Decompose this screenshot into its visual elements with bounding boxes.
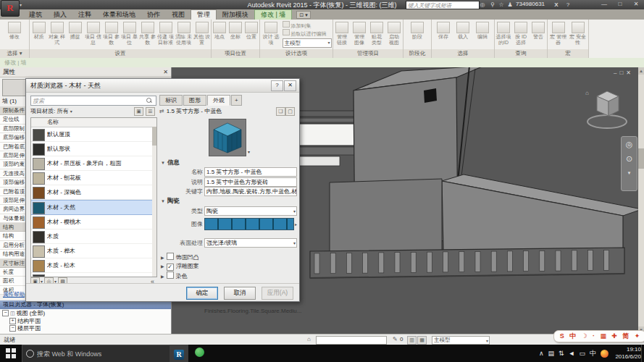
show-desktop-button[interactable] [641, 345, 644, 362]
ribbon-button-清除未使用项[interactable]: 清除 未使用项 [175, 21, 192, 46]
navigation-bar[interactable]: ◎ ⊙ ▾ [621, 136, 637, 191]
dialog-close-button[interactable]: ✕ [284, 80, 296, 91]
finish-dropdown[interactable]: 强光泽/玻璃 [204, 238, 297, 248]
ribbon-button-材质[interactable]: 材质 [30, 21, 47, 46]
field-value-说明[interactable]: 1.5 英寸中蓝色方形瓷砖 [204, 177, 297, 187]
view-vertical-scrollbar[interactable]: ▲ ▼ [638, 67, 644, 334]
sign-in-icon[interactable]: ⚲ [488, 1, 497, 9]
asset-row[interactable]: ⇄ 1.5 英寸方形 - 中蓝色 ❏ ▢ [159, 106, 296, 116]
design-option-dropdown[interactable]: 主模型 [432, 336, 490, 345]
checkbox-饰面凹凸[interactable] [167, 253, 174, 260]
sogou-tool-icon[interactable]: ✚ [611, 332, 617, 341]
panel-label-阶段化[interactable]: 阶段化 [403, 49, 431, 58]
material-row[interactable]: 木材 - 天然 [31, 200, 156, 215]
ribbon-button-选择项的ID[interactable]: 选择项 的ID [495, 21, 511, 46]
material-row[interactable]: 默认形状 [31, 142, 156, 156]
image-options-caret-icon[interactable]: ▸ [295, 222, 297, 227]
tray-icon[interactable]: ⇅ [559, 350, 564, 357]
material-column-header[interactable]: 名称 [31, 118, 156, 127]
sogou-tool-icon[interactable]: 中 [569, 332, 576, 341]
material-row[interactable]: 木材 - 深褐色 [31, 185, 156, 200]
ribbon-button-管理链接[interactable]: 管理 链接 [334, 21, 350, 46]
close-button[interactable]: ✕ [628, 0, 644, 9]
collapse-triangle-icon[interactable]: ▼ [161, 199, 165, 203]
tray-icon[interactable]: ◄ [569, 350, 575, 357]
ribbon-display-toggle-icon[interactable]: ⊡ ▾ [296, 11, 310, 19]
material-row[interactable]: 木材 - 樱桃木 [31, 215, 156, 230]
tree-expander-icon[interactable]: + [9, 318, 16, 324]
ribbon-button-按ID选择[interactable]: 按 ID 选择 [513, 21, 529, 46]
security-badge-icon[interactable] [601, 350, 609, 358]
editor-tab-图形[interactable]: 图形 [183, 95, 206, 106]
filter-caret-icon[interactable]: ▾ [70, 109, 72, 114]
navbar-expand-icon[interactable]: ▾ [622, 166, 637, 180]
tree-node-结构平面[interactable]: +结构平面 [2, 318, 171, 326]
panel-label-宏[interactable]: 宏 [548, 49, 588, 58]
sogou-ime-bar[interactable]: S中☽·▦✚简✦ [553, 330, 644, 342]
tab-管理[interactable]: 管理 [191, 9, 217, 20]
material-row[interactable]: 木质 - 松木 [31, 258, 156, 273]
tree-expander-icon[interactable]: − [9, 325, 16, 332]
ribbon-button-阶段[interactable]: 阶段 [409, 21, 427, 46]
material-row[interactable]: 木质 - 桦木 [31, 244, 156, 258]
ribbon-button-管理图像[interactable]: 管理 图像 [351, 21, 367, 46]
checkbox-染色[interactable] [167, 272, 174, 279]
dialog-help-button[interactable]: ? [271, 80, 283, 91]
main-model-dropdown[interactable]: 主模型 [283, 38, 332, 48]
field-value-名称[interactable]: 1.5 英寸方形 - 中蓝色 [204, 167, 297, 177]
preview-options-caret-icon[interactable]: ▾ [248, 149, 250, 154]
ribbon-button-位置[interactable]: 位置 [244, 21, 259, 46]
ribbon-button-对象样式[interactable]: 对象 样式 [49, 21, 65, 46]
tray-icon[interactable]: ▭ [579, 350, 585, 357]
ribbon-button-保存[interactable]: 保存 [435, 21, 453, 46]
ribbon-button-载入[interactable]: 载入 [454, 21, 472, 46]
tree-node-楼层平面[interactable]: −楼层平面 [2, 325, 171, 333]
ok-button[interactable]: 确定 [186, 287, 218, 300]
application-menu-button[interactable]: R [1, 0, 20, 17]
tab-插入[interactable]: 插入 [48, 9, 72, 19]
type-dropdown[interactable]: 陶瓷 [204, 206, 297, 216]
taskbar-revit-app[interactable]: R [170, 345, 188, 362]
view-restore-icon[interactable]: □ [619, 70, 626, 76]
tab-建筑[interactable]: 建筑 [23, 9, 48, 19]
material-row[interactable]: 默认屋顶 [31, 127, 156, 142]
ribbon-button-项目单位[interactable]: 项目 单位 [121, 21, 138, 46]
properties-close-icon[interactable]: ✕ [163, 67, 168, 77]
sogou-tool-icon[interactable]: ✦ [635, 332, 640, 341]
taskbar-clock[interactable]: 19:10 2016/6/20 [615, 346, 641, 361]
tab-协作[interactable]: 协作 [141, 9, 166, 19]
cancel-button[interactable]: 取消 [224, 287, 256, 300]
tab-体量和场地[interactable]: 体量和场地 [97, 9, 141, 19]
editor-tab-add[interactable]: + [231, 95, 242, 106]
ribbon-button-设计选项[interactable]: 设计 选项 [262, 21, 280, 46]
zoom-tool-icon[interactable]: ⊙ [622, 151, 637, 166]
panel-label-选择[interactable]: 选择 ▾ [0, 49, 29, 58]
view-close-icon[interactable]: ✕ [626, 70, 634, 76]
info-section-header[interactable]: ▼信息 [161, 159, 294, 167]
sogou-tool-icon[interactable]: ☽ [582, 332, 587, 341]
ribbon-button-共享参数[interactable]: 共享 参数 [139, 21, 156, 46]
sogou-tool-icon[interactable]: S [560, 332, 564, 341]
stack-item-添加到集[interactable]: 添加到集 [283, 21, 329, 29]
taskbar-green-app[interactable] [190, 345, 209, 362]
panel-label-设计选项[interactable]: 设计选项 [260, 49, 333, 58]
duplicate-asset-icon[interactable]: ❏ [276, 107, 285, 116]
ribbon-button-启动视图[interactable]: 启动 视图 [386, 21, 402, 46]
taskbar-search-input[interactable] [22, 345, 185, 362]
scroll-up-icon[interactable]: ▲ [638, 67, 644, 75]
help-icon[interactable]: ? [564, 1, 572, 9]
tab-附加模块[interactable]: 附加模块 [217, 9, 254, 19]
panel-label-查询[interactable]: 查询 [495, 49, 547, 58]
sogou-tool-icon[interactable]: 简 [622, 332, 629, 341]
search-binoculars-icon[interactable]: ◎ [478, 1, 487, 9]
editor-tab-外观[interactable]: 外观 [207, 95, 230, 106]
field-value-关键字[interactable]: 内部,地板,陶瓷,瓷砖,方形,中蓝色,材质 [204, 187, 297, 196]
checkbox-浮雕图案[interactable]: ✓ [167, 264, 174, 271]
sogou-tool-icon[interactable]: ▦ [600, 332, 606, 341]
toggle-row-染色[interactable]: ▶染色 [161, 272, 296, 280]
start-button[interactable] [0, 345, 22, 362]
editor-tab-标识[interactable]: 标识 [159, 95, 183, 106]
expand-triangle-icon[interactable]: ▶ [161, 274, 164, 279]
scrollbar-thumb[interactable] [638, 148, 644, 169]
tab-contextual[interactable]: 修改 | 墙 [254, 9, 292, 20]
